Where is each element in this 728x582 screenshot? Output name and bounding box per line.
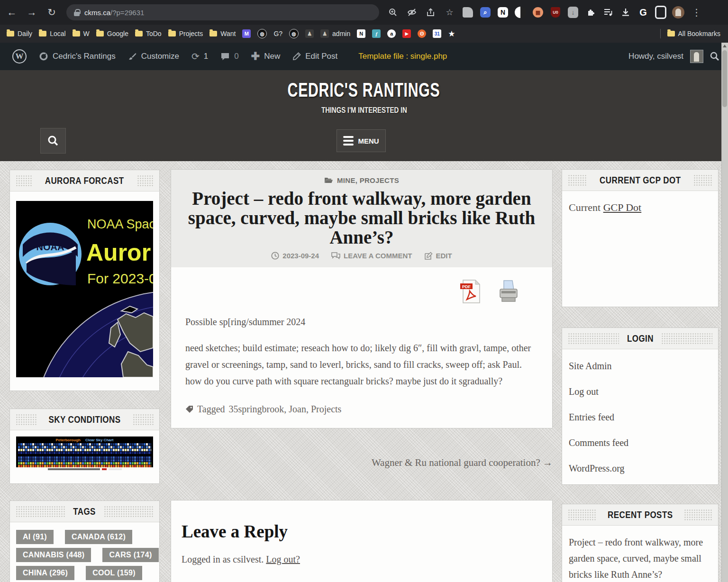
- zoom-icon[interactable]: [385, 5, 400, 20]
- bookmark-amazon-icon[interactable]: a: [387, 29, 396, 38]
- bookmark-w[interactable]: W: [73, 30, 90, 37]
- leave-comment-link[interactable]: LEAVE A COMMENT: [331, 252, 412, 260]
- post-tag-link[interactable]: Joan: [289, 404, 311, 414]
- wordpress-org-link[interactable]: WordPress.org: [569, 463, 711, 474]
- edit-post-link[interactable]: EDIT: [425, 252, 452, 260]
- address-bar[interactable]: ckms.ca/?p=29631: [66, 4, 379, 20]
- page-scrollbar[interactable]: [721, 43, 728, 582]
- bookmark-youtube-icon[interactable]: ▶: [402, 29, 411, 38]
- scrollbar-up-arrow[interactable]: [723, 45, 727, 47]
- extensions-puzzle-icon[interactable]: [583, 5, 598, 19]
- admin-new[interactable]: ✚ New: [251, 50, 280, 63]
- comment-bubble-icon: [220, 52, 230, 61]
- site-title[interactable]: CEDRIC'S RANTINGS: [0, 79, 728, 101]
- all-bookmarks[interactable]: All Bookmarks: [667, 30, 720, 37]
- bookmark-google[interactable]: Google: [96, 30, 128, 37]
- comments-feed-link[interactable]: Comments feed: [569, 437, 711, 448]
- noaa-aurora-forecast-image[interactable]: NOAA NOAA Space Auror For 2023-09: [16, 201, 153, 377]
- entries-feed-link[interactable]: Entries feed: [569, 412, 711, 423]
- bookmark-want[interactable]: Want: [209, 30, 236, 37]
- dots-decoration: [568, 509, 596, 520]
- dots-decoration: [568, 333, 619, 344]
- next-post-link[interactable]: Wagner & Ru national guard cooperation? …: [171, 457, 553, 469]
- bookmark-label: Projects: [179, 30, 203, 37]
- hidden-eye-icon[interactable]: [404, 5, 419, 20]
- reload-icon[interactable]: ↻: [44, 4, 60, 20]
- extension-orange-icon[interactable]: ▦: [531, 5, 545, 19]
- post-tag-link[interactable]: Projects: [311, 404, 341, 414]
- profile-avatar[interactable]: [671, 5, 685, 19]
- bookmark-g-question[interactable]: G?: [273, 30, 282, 37]
- admin-site-name[interactable]: Cedric's Rantings: [39, 52, 116, 61]
- bookmark-reddit-icon[interactable]: ʘ: [418, 29, 426, 38]
- wp-logo-menu[interactable]: W: [12, 49, 27, 64]
- tag-cars[interactable]: CARS (174): [102, 548, 158, 562]
- widget-header: RECENT POSTS: [562, 504, 718, 526]
- bookmark-globe-icon[interactable]: ◍: [257, 29, 267, 38]
- menu-kebab-icon[interactable]: ⋮: [689, 5, 704, 20]
- bookmark-admin[interactable]: ♟admin: [320, 29, 350, 38]
- scrollbar-thumb[interactable]: [722, 50, 727, 107]
- howdy-label[interactable]: Howdy, csilvest: [628, 52, 683, 61]
- post-header: MINEPROJECTS Project – redo front walkwa…: [171, 170, 552, 267]
- extension-contrast-icon[interactable]: [513, 5, 528, 19]
- post-tag-link[interactable]: 35springbrook: [229, 404, 289, 414]
- tag-cannabis[interactable]: CANNABIS (448): [16, 548, 91, 562]
- bookmark-calendar-icon[interactable]: 31: [433, 29, 441, 38]
- bookmark-m-icon[interactable]: M: [242, 29, 251, 38]
- sky-chart-caption: [18, 468, 151, 470]
- share-icon[interactable]: [423, 5, 438, 20]
- forward-icon[interactable]: →: [24, 4, 40, 20]
- extension-notion-icon[interactable]: N: [496, 5, 510, 19]
- folder-icon: [73, 31, 80, 36]
- bookmark-projects[interactable]: Projects: [168, 30, 203, 37]
- bookmark-avatar1-icon[interactable]: ♟: [305, 29, 314, 38]
- tag-china[interactable]: CHINA (296): [16, 566, 74, 580]
- bookmark-globe2-icon[interactable]: ◍: [289, 29, 299, 38]
- menu-button[interactable]: MENU: [337, 129, 386, 152]
- tag-cool[interactable]: COOL (159): [86, 566, 142, 580]
- recent-post-link[interactable]: Project – redo front walkway, more garde…: [569, 534, 711, 582]
- hamburger-icon: [343, 136, 354, 146]
- extension-mail-icon[interactable]: [461, 5, 475, 19]
- dots-decoration: [693, 174, 712, 186]
- admin-edit-post[interactable]: Edit Post: [292, 52, 337, 61]
- user-avatar[interactable]: [690, 50, 703, 63]
- admin-comments[interactable]: 0: [220, 52, 238, 61]
- admin-search-icon[interactable]: [710, 52, 719, 61]
- admin-customize[interactable]: Customize: [128, 52, 179, 61]
- bookmark-daily[interactable]: Daily: [7, 30, 32, 37]
- tag-ai[interactable]: AI (91): [16, 530, 54, 544]
- tag-canada[interactable]: CANADA (612): [65, 530, 132, 544]
- bookmark-label: Want: [220, 30, 236, 37]
- extension-download-box-icon[interactable]: ↓: [566, 5, 580, 19]
- log-out-link[interactable]: Log out?: [266, 554, 300, 564]
- admin-updates[interactable]: ⟳ 1: [191, 51, 208, 62]
- playlist-icon[interactable]: [601, 5, 615, 19]
- update-count: 1: [204, 52, 208, 61]
- sidepanel-icon[interactable]: [654, 5, 668, 19]
- widget-title: CURRENT GCP DOT: [600, 175, 681, 186]
- log-out-link[interactable]: Log out: [569, 386, 711, 397]
- bookmark-todo[interactable]: ToDo: [135, 30, 162, 37]
- logged-in-text: Logged in as csilvest.: [182, 554, 266, 564]
- gcp-dot-link[interactable]: GCP Dot: [603, 201, 641, 213]
- site-admin-link[interactable]: Site Admin: [569, 361, 711, 372]
- print-icon[interactable]: [497, 280, 520, 305]
- bookmark-star-icon[interactable]: ★: [448, 29, 455, 39]
- extension-blue-icon[interactable]: ⌕: [478, 5, 492, 19]
- category-link[interactable]: PROJECTS: [360, 176, 399, 184]
- clear-sky-chart-image[interactable]: Peterborough Clear Sky Chart: [16, 436, 153, 467]
- extension-ublock-icon[interactable]: U0: [548, 5, 563, 19]
- downloads-icon[interactable]: [619, 5, 633, 19]
- svg-text:Auror: Auror: [86, 239, 151, 266]
- bookmark-teal-icon[interactable]: f: [372, 29, 381, 38]
- bookmark-notion-icon[interactable]: N: [357, 29, 365, 38]
- back-icon[interactable]: ←: [4, 4, 20, 20]
- header-search-button[interactable]: [40, 128, 66, 154]
- category-link[interactable]: MINE: [337, 176, 360, 184]
- bookmark-star-icon[interactable]: ☆: [442, 5, 457, 20]
- google-g-icon[interactable]: G: [636, 5, 650, 19]
- bookmark-local[interactable]: Local: [39, 30, 65, 37]
- pdf-download-icon[interactable]: PDF: [460, 280, 480, 305]
